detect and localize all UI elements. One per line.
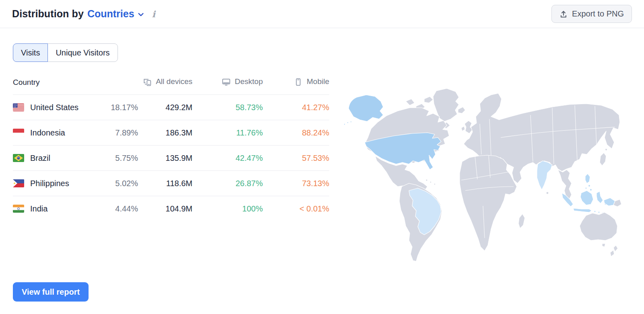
mobile-share-value: 73.13%: [263, 179, 329, 188]
traffic-share-value: 18.17%: [98, 103, 138, 112]
table-header-row: Country All devices: [13, 70, 329, 94]
desktop-share-value: 26.87%: [192, 179, 263, 188]
world-map[interactable]: [341, 85, 623, 268]
column-all-devices-label: All devices: [156, 77, 192, 86]
country-name: Brazil: [30, 154, 50, 163]
tab-visits-label: Visits: [21, 48, 40, 57]
traffic-share-value: 5.75%: [98, 154, 138, 163]
table-body: United States 18.17% 429.2M 58.73% 41.27…: [13, 94, 329, 221]
country-flag-icon: [13, 154, 24, 162]
all-devices-value: 429.2M: [138, 103, 192, 112]
export-button-label: Export to PNG: [572, 9, 624, 18]
table-row[interactable]: Indonesia 7.89% 186.3M 11.76% 88.24%: [13, 120, 329, 145]
country-flag-icon: [13, 103, 24, 111]
column-all-devices: All devices: [142, 77, 192, 86]
view-full-report-button[interactable]: View full report: [13, 282, 89, 302]
traffic-share-value: 4.44%: [98, 204, 138, 213]
all-devices-value: 135.9M: [138, 154, 192, 163]
country-flag-icon: [13, 205, 24, 213]
mobile-share-value: < 0.01%: [263, 204, 329, 213]
desktop-share-value: 58.73%: [192, 103, 263, 112]
tab-unique-visitors-label: Unique Visitors: [56, 48, 109, 57]
widget-header: Distribution by Countries i Export to PN…: [0, 0, 644, 28]
country-flag-icon: [13, 179, 24, 187]
visits-toggle: Visits Unique Visitors: [13, 43, 118, 62]
chevron-down-icon: [137, 11, 144, 18]
all-devices-value: 118.6M: [138, 179, 192, 188]
country-name: Philippines: [30, 179, 69, 188]
page-title: Distribution by: [12, 8, 84, 20]
export-to-png-button[interactable]: Export to PNG: [551, 5, 632, 23]
column-desktop-label: Desktop: [235, 77, 263, 86]
country-name: Indonesia: [30, 128, 65, 138]
all-devices-value: 186.3M: [138, 128, 192, 138]
info-icon[interactable]: i: [152, 9, 155, 19]
mobile-share-value: 41.27%: [263, 103, 329, 112]
table-row[interactable]: Brazil 5.75% 135.9M 42.47% 57.53%: [13, 145, 329, 170]
upload-icon: [559, 10, 568, 18]
mobile-icon: [293, 77, 303, 87]
world-map-svg: [341, 85, 623, 268]
desktop-share-value: 42.47%: [192, 154, 263, 163]
column-mobile: Mobile: [293, 77, 329, 86]
mobile-share-value: 88.24%: [263, 128, 329, 138]
column-mobile-label: Mobile: [307, 77, 329, 86]
tab-unique-visitors[interactable]: Unique Visitors: [47, 43, 118, 62]
mobile-share-value: 57.53%: [263, 154, 329, 163]
countries-dropdown-label: Countries: [87, 8, 134, 20]
all-devices-icon: [142, 77, 152, 87]
all-devices-value: 104.9M: [138, 204, 192, 213]
country-flag-icon: [13, 129, 24, 137]
table-row[interactable]: Philippines 5.02% 118.6M 26.87% 73.13%: [13, 170, 329, 196]
countries-table: Country All devices: [13, 70, 329, 221]
traffic-share-value: 5.02%: [98, 179, 138, 188]
column-country: Country: [13, 78, 40, 87]
table-row[interactable]: United States 18.17% 429.2M 58.73% 41.27…: [13, 94, 329, 120]
traffic-share-value: 7.89%: [98, 128, 138, 138]
country-name: United States: [30, 103, 78, 112]
desktop-share-value: 11.76%: [192, 128, 263, 138]
desktop-share-value: 100%: [192, 204, 263, 213]
distribution-widget: Distribution by Countries i Export to PN…: [0, 0, 644, 314]
desktop-icon: [221, 77, 231, 87]
tab-visits[interactable]: Visits: [13, 43, 48, 62]
table-row[interactable]: India 4.44% 104.9M 100% < 0.01%: [13, 196, 329, 221]
country-name: India: [30, 204, 47, 213]
countries-dropdown[interactable]: Countries: [87, 8, 144, 20]
column-desktop: Desktop: [221, 77, 263, 86]
